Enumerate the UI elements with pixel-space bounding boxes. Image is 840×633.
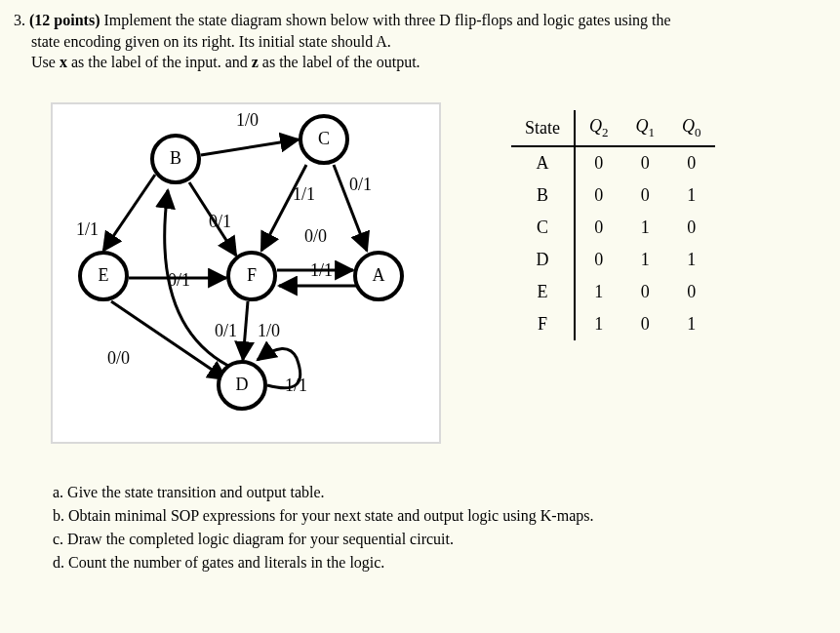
edge-label-bc: 1/0 xyxy=(236,110,259,131)
cell-state: B xyxy=(511,179,575,212)
question-body-2: state encoding given on its right. Its i… xyxy=(31,33,391,50)
state-label-e: E xyxy=(99,265,109,286)
q3-post: as the label of the output. xyxy=(259,54,420,70)
table-row: D011 xyxy=(511,244,715,276)
th-q0: Q0 xyxy=(668,110,715,147)
th-q2-q: Q xyxy=(589,116,602,136)
edge-label-cf: 1/1 xyxy=(293,184,315,205)
subq-b: b. Obtain minimal SOP expressions for yo… xyxy=(53,504,826,528)
subq-c: c. Draw the completed logic diagram for … xyxy=(53,528,826,551)
edge-label-ca: 0/1 xyxy=(349,175,372,195)
cell-state: C xyxy=(511,212,575,244)
cell-q2: 0 xyxy=(575,146,622,179)
question-number: 3. xyxy=(14,12,25,28)
th-q0-s: 0 xyxy=(695,124,701,138)
q3-pre: Use xyxy=(31,54,60,70)
cell-q1: 1 xyxy=(622,244,669,276)
cell-q1: 0 xyxy=(622,146,669,179)
edge-label-dd: 1/1 xyxy=(285,376,307,396)
th-q2-s: 2 xyxy=(602,124,609,138)
cell-q2: 0 xyxy=(575,212,622,244)
cell-q2: 0 xyxy=(575,244,622,276)
th-q1-s: 1 xyxy=(649,124,656,138)
table-row: B001 xyxy=(511,179,715,212)
question-body-1: Implement the state diagram shown below … xyxy=(103,12,670,28)
th-q2: Q2 xyxy=(575,110,622,147)
cell-q2: 1 xyxy=(575,276,622,308)
table-row: F101 xyxy=(511,308,715,340)
figure-area: B C A F E D 1/0 0/1 1/1 0/1 0/0 1/1 1/1 … xyxy=(33,102,833,454)
state-diagram: B C A F E D 1/0 0/1 1/1 0/1 0/0 1/1 1/1 … xyxy=(51,102,441,444)
output-var: z xyxy=(252,54,259,70)
state-node-a: A xyxy=(353,251,404,301)
th-q1: Q1 xyxy=(622,110,669,147)
state-label-b: B xyxy=(170,148,181,169)
table-row: E100 xyxy=(511,276,715,308)
th-q1-q: Q xyxy=(636,116,649,136)
edge-label-ef: 0/1 xyxy=(168,270,190,291)
edge-label-bf: 0/1 xyxy=(209,212,231,232)
state-label-f: F xyxy=(247,265,257,286)
input-var: x xyxy=(60,54,67,70)
th-state: State xyxy=(511,110,575,147)
cell-q0: 1 xyxy=(668,244,715,276)
subq-a: a. Give the state transition and output … xyxy=(53,481,826,504)
cell-q1: 1 xyxy=(622,212,669,244)
cell-q2: 0 xyxy=(575,179,622,212)
edge-label-ed: 0/0 xyxy=(107,348,130,369)
cell-q0: 0 xyxy=(668,146,715,179)
cell-state: F xyxy=(511,308,575,340)
cell-q0: 1 xyxy=(668,179,715,212)
state-node-f: F xyxy=(226,251,277,301)
state-encoding-table: State Q2 Q1 Q0 A000 B001 C010 D011 E100 … xyxy=(511,110,715,341)
edge-label-db: 1/0 xyxy=(258,321,280,341)
table-row: A000 xyxy=(511,146,715,179)
cell-q1: 0 xyxy=(622,308,669,340)
state-label-a: A xyxy=(373,265,385,286)
edge-label-be: 1/1 xyxy=(76,219,99,240)
state-node-c: C xyxy=(299,114,349,165)
question-points: (12 points) xyxy=(29,12,100,28)
edge-label-fa: 0/0 xyxy=(304,226,327,247)
cell-state: D xyxy=(511,244,575,276)
table-row: C010 xyxy=(511,212,715,244)
cell-q0: 0 xyxy=(668,276,715,308)
cell-q1: 0 xyxy=(622,179,669,212)
cell-state: A xyxy=(511,146,575,179)
cell-q2: 1 xyxy=(575,308,622,340)
state-node-e: E xyxy=(78,251,129,301)
subquestions: a. Give the state transition and output … xyxy=(14,481,826,574)
state-label-d: D xyxy=(236,375,249,395)
subq-d: d. Count the number of gates and literal… xyxy=(53,551,826,574)
cell-q0: 0 xyxy=(668,212,715,244)
edge-label-af: 1/1 xyxy=(310,260,333,281)
th-q0-q: Q xyxy=(682,116,695,136)
edge-label-fd: 0/1 xyxy=(215,321,237,341)
q3-mid: as the label of the input. and xyxy=(67,54,252,70)
state-node-b: B xyxy=(150,134,201,184)
question-stem: 3. (12 points) Implement the state diagr… xyxy=(14,10,826,73)
state-node-d: D xyxy=(217,360,267,411)
cell-state: E xyxy=(511,276,575,308)
cell-q0: 1 xyxy=(668,308,715,340)
state-label-c: C xyxy=(318,129,330,149)
cell-q1: 0 xyxy=(622,276,669,308)
